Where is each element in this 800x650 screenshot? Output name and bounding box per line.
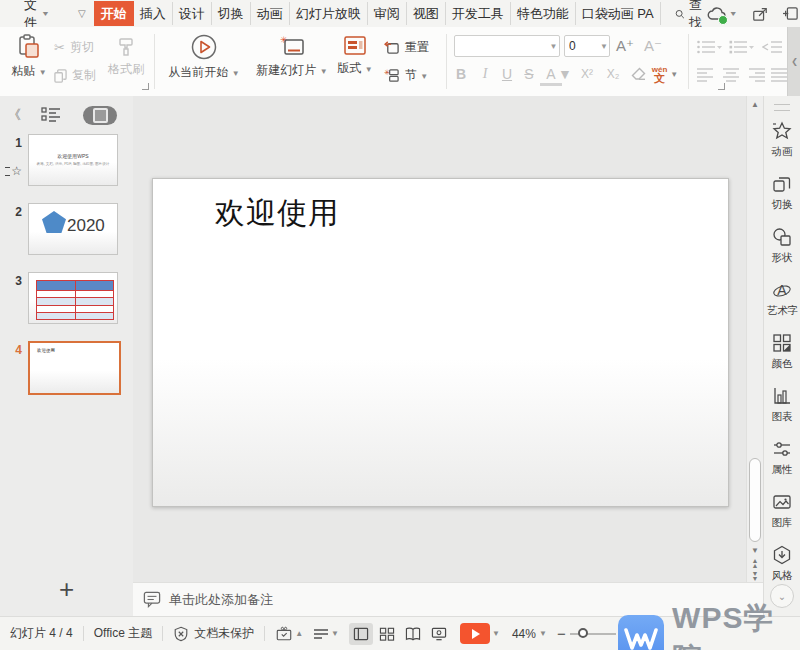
sidebar-item-color[interactable]: 颜色 (771, 333, 793, 371)
thumbnail[interactable]: 2020 (28, 203, 118, 255)
format-painter-button[interactable]: 格式刷 (104, 36, 148, 78)
tab-developer[interactable]: 开发工具 (446, 2, 511, 25)
italic-button[interactable]: I (474, 63, 496, 85)
document-protection-button[interactable]: 文档未保护 (173, 625, 254, 642)
chevron-down-icon[interactable]: ▼ (548, 42, 559, 51)
slide-sorter-view-button[interactable] (375, 623, 399, 645)
sidebar-item-style[interactable]: 风格 (771, 545, 793, 583)
normal-view-button[interactable] (349, 623, 373, 645)
bold-button[interactable]: B (450, 63, 472, 85)
theme-name[interactable]: Office 主题 (94, 625, 152, 642)
align-center-button[interactable] (722, 67, 740, 83)
editing-canvas[interactable]: 欢迎使用 (133, 96, 746, 582)
tab-slideshow[interactable]: 幻灯片放映 (290, 2, 368, 25)
package-button[interactable]: ▲ (275, 625, 303, 642)
transition-icon (772, 174, 792, 194)
outline-view-icon[interactable] (41, 107, 61, 124)
collapse-panel-icon[interactable]: 《 (8, 106, 19, 124)
layout-button[interactable]: 版式 ▼ (332, 35, 378, 77)
zoom-slider[interactable] (570, 633, 616, 635)
font-size-combobox[interactable]: ▼ (564, 35, 610, 57)
font-dialog-launcher[interactable] (718, 83, 725, 90)
superscript-button[interactable]: X² (576, 63, 598, 85)
sidebar-item-chart[interactable]: 图表 (771, 386, 793, 424)
scrollbar-thumb[interactable] (749, 458, 761, 542)
font-size-input[interactable] (565, 38, 599, 54)
slide-thumbnail-2[interactable]: 2 2020 (0, 203, 133, 255)
play-from-current-button[interactable]: 从当前开始 ▼ (164, 33, 244, 81)
new-tab-icon[interactable] (782, 6, 799, 21)
previous-slide-icon[interactable]: ▲▲ (747, 558, 763, 568)
tab-pocket-animation[interactable]: 口袋动画 PA (576, 2, 661, 25)
sidebar-item-gallery[interactable]: 图库 (771, 492, 793, 530)
cloud-sync-button[interactable]: ▼ (707, 6, 738, 22)
slideshow-view-button[interactable] (427, 623, 451, 645)
sidebar-item-wordart[interactable]: A 艺术字 (766, 280, 799, 318)
subscript-button[interactable]: X₂ (602, 63, 624, 85)
chart-icon (772, 386, 792, 406)
slides-view-toggle[interactable] (83, 106, 117, 125)
tab-home[interactable]: 开始 (94, 1, 134, 26)
clipboard-dialog-launcher[interactable] (142, 83, 149, 90)
underline-button[interactable]: U (496, 63, 518, 85)
tab-design[interactable]: 设计 (173, 2, 212, 25)
scroll-up-icon[interactable]: ▲ (747, 100, 763, 109)
scroll-down-icon[interactable]: ▼ (747, 546, 763, 555)
display-options-button[interactable]: ▼ (313, 628, 339, 640)
slide-thumbnail-1[interactable]: 1 ☆ 欢迎使用WPS 表格, 文档, 演示, PDF, 脑图, 流程图, 图片… (0, 134, 133, 186)
tab-transition[interactable]: 切换 (212, 2, 251, 25)
font-color-dropdown-icon[interactable]: ▼ (560, 63, 570, 85)
tab-view[interactable]: 视图 (407, 2, 446, 25)
chevron-down-icon[interactable]: ▼ (599, 42, 609, 51)
thumbnail-selected[interactable]: 欢迎使用 (28, 341, 121, 395)
reading-view-button[interactable] (401, 623, 425, 645)
new-slide-button[interactable]: ✳ 新建幻灯片 ▼ (254, 35, 330, 79)
reset-button[interactable]: 重置 (384, 39, 429, 56)
next-slide-icon[interactable]: ▼▼ (747, 571, 763, 581)
font-name-input[interactable] (455, 38, 548, 54)
zoom-slider-knob[interactable] (578, 628, 588, 638)
toolbar-options-icon[interactable]: ▽ (78, 8, 86, 19)
wps-academy-overlay[interactable]: WPS学院 (618, 598, 800, 650)
align-right-button[interactable] (748, 67, 766, 83)
share-icon[interactable] (752, 6, 768, 22)
vertical-scrollbar[interactable]: ▲ ▼ ▲▲ ▼▼ (746, 96, 763, 582)
numbered-list-button[interactable] (728, 39, 754, 55)
thumbnail[interactable]: 欢迎使用WPS 表格, 文档, 演示, PDF, 脑图, 流程图, 图片设计 (28, 134, 118, 186)
decrease-indent-button[interactable] (762, 39, 784, 55)
sidebar-item-transition[interactable]: 切换 (771, 174, 793, 212)
add-slide-button[interactable]: + (0, 576, 133, 602)
play-slideshow-button[interactable] (460, 623, 490, 644)
slide-title-text[interactable]: 欢迎使用 (215, 193, 339, 234)
thumbnail[interactable] (28, 272, 118, 324)
bullet-list-button[interactable] (696, 39, 722, 55)
tab-review[interactable]: 审阅 (368, 2, 407, 25)
task-pane-handle[interactable]: ❮ (787, 27, 800, 96)
sidebar-drag-handle[interactable] (774, 104, 790, 111)
section-button[interactable]: ✳ 节 ▼ (384, 67, 428, 84)
tab-insert[interactable]: 插入 (134, 2, 173, 25)
font-name-combobox[interactable]: ▼ (454, 35, 560, 57)
sidebar-item-properties[interactable]: 属性 (771, 439, 793, 477)
paste-button[interactable]: 粘贴 ▼ (8, 34, 50, 80)
cut-button[interactable]: ✂ 剪切 (54, 39, 94, 56)
decrease-font-button[interactable]: A⁻ (644, 37, 662, 55)
sidebar-item-shapes[interactable]: 形状 (771, 227, 793, 265)
current-slide[interactable]: 欢迎使用 (152, 178, 729, 507)
align-left-button[interactable] (696, 67, 714, 83)
strikethrough-button[interactable]: S (518, 63, 540, 85)
zoom-out-button[interactable]: − (557, 625, 566, 642)
clear-format-button[interactable] (628, 63, 650, 85)
zoom-level-button[interactable]: 44% ▼ (512, 627, 547, 641)
justify-button[interactable] (770, 67, 788, 83)
play-options-icon[interactable]: ▼ (492, 629, 500, 638)
copy-button[interactable]: 复制 (54, 67, 96, 84)
slide-thumbnail-4[interactable]: 4 欢迎使用 (0, 341, 133, 395)
phonetic-guide-button[interactable]: wén文 ▼ (652, 63, 678, 85)
increase-font-button[interactable]: A⁺ (616, 37, 634, 55)
slide-thumbnail-3[interactable]: 3 (0, 272, 133, 324)
sidebar-item-animation[interactable]: 动画 (771, 121, 793, 159)
tab-special-features[interactable]: 特色功能 (511, 2, 576, 25)
play-icon (472, 629, 480, 639)
tab-animation[interactable]: 动画 (251, 2, 290, 25)
